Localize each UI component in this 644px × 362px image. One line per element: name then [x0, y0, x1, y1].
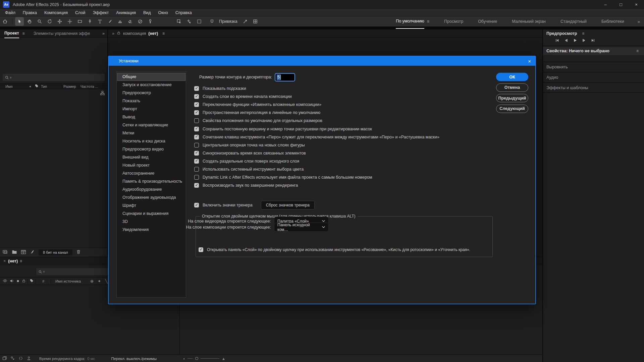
panel-menu-icon[interactable]: ≡ — [22, 31, 25, 36]
preferences-category[interactable]: Носитель и кэш диска — [117, 137, 185, 145]
preferences-category[interactable]: Сетки и направляющие — [117, 121, 185, 129]
project-search-input[interactable]: ∨ — [3, 74, 105, 81]
preferences-category[interactable]: 3D — [117, 218, 185, 226]
eye-icon[interactable] — [3, 279, 7, 283]
preferences-category[interactable]: Шрифт — [117, 201, 185, 209]
checkbox[interactable] — [194, 102, 199, 107]
menu-item[interactable]: Эффект — [89, 9, 112, 16]
column-rate[interactable]: Частота ... — [80, 84, 98, 88]
checkbox[interactable] — [194, 175, 199, 180]
preferences-category[interactable]: Общие — [117, 73, 185, 81]
dialog-button[interactable]: Предыдущий — [496, 94, 528, 102]
preferences-category[interactable]: Предпросмотр видео — [117, 145, 185, 153]
snapshot-layers-icon[interactable] — [2, 356, 7, 361]
preferences-category[interactable]: Показать — [117, 97, 185, 105]
close-button[interactable]: × — [629, 0, 644, 9]
timeline-switch-icon[interactable]: ╲ — [105, 279, 107, 284]
workspace-menu-icon[interactable]: ≡ — [427, 16, 429, 26]
sort-asc-icon[interactable]: ▲ — [29, 85, 32, 88]
tab-project[interactable]: Проект — [0, 29, 20, 38]
column-type[interactable]: Тип — [41, 84, 60, 88]
tab-overflow-icon[interactable]: » — [102, 31, 107, 36]
zoom-out-icon[interactable]: ▲ — [183, 357, 185, 360]
hand-tool-icon[interactable] — [25, 17, 34, 26]
preferences-category[interactable]: Аудиооборудование — [117, 185, 185, 193]
toggle-switches-modes-button[interactable]: Перекл. выключ./режимы — [111, 357, 157, 361]
shape-tool-icon[interactable] — [75, 17, 84, 26]
lock-icon[interactable] — [117, 31, 121, 36]
dialog-button[interactable]: Следующий — [496, 105, 528, 113]
dialog-button[interactable]: ОК — [496, 73, 528, 81]
preferences-category[interactable]: Внешний вид — [117, 153, 185, 161]
checkbox[interactable] — [194, 143, 199, 147]
panel-menu-icon[interactable]: ≡ — [20, 259, 22, 263]
graph-node-icon[interactable] — [10, 356, 15, 361]
checkbox[interactable] — [194, 110, 199, 115]
cursor-box-icon[interactable] — [175, 17, 183, 26]
project-flowchart-icon[interactable] — [100, 90, 105, 97]
step-forward-button[interactable] — [582, 39, 586, 43]
menu-item[interactable]: Анимация — [112, 9, 140, 16]
timeline-switch-icon[interactable]: ✦ — [98, 279, 101, 284]
audio-icon[interactable] — [10, 279, 14, 284]
menu-item[interactable]: Слой — [71, 9, 89, 16]
checkbox[interactable] — [194, 94, 199, 99]
coach-marks-icon[interactable] — [26, 356, 31, 361]
workspace-tab[interactable]: Просмотр — [437, 16, 471, 26]
checkbox[interactable] — [194, 167, 199, 172]
column-source-name[interactable]: Имя источника — [55, 279, 81, 283]
timeline-tab-close-icon[interactable]: × — [3, 259, 6, 263]
checkbox[interactable] — [194, 135, 199, 139]
skip-to-end-button[interactable] — [591, 39, 595, 43]
snap-label[interactable]: Привязка — [219, 19, 237, 24]
collapsed-panel-tab[interactable]: Аудио — [543, 72, 644, 82]
pen-tool-icon[interactable] — [86, 17, 94, 26]
label-column-icon[interactable] — [35, 84, 39, 89]
type-tool-icon[interactable] — [96, 17, 104, 26]
interpret-footage-icon[interactable] — [2, 249, 8, 255]
preferences-category[interactable]: Отображение аудиовыхода — [117, 193, 185, 201]
checkbox[interactable] — [194, 183, 199, 188]
preferences-category[interactable]: Память & производительность — [117, 177, 185, 185]
workspace-tab[interactable]: Маленький экран — [504, 16, 553, 26]
checkbox[interactable] — [194, 86, 199, 91]
column-size[interactable]: Размер — [63, 84, 77, 88]
roto-brush-tool-icon[interactable] — [136, 17, 145, 26]
zoom-tool-icon[interactable] — [35, 17, 44, 26]
label-column-icon[interactable] — [30, 279, 34, 284]
eraser-tool-icon[interactable] — [126, 17, 135, 26]
puppet-pin-tool-icon[interactable] — [146, 17, 155, 26]
comp-tab-name[interactable]: (нет) — [148, 31, 158, 36]
new-composition-icon[interactable] — [21, 250, 26, 255]
workspace-tab[interactable]: По умолчанию ≡ — [388, 16, 437, 26]
checkbox[interactable] — [199, 247, 203, 252]
new-folder-icon[interactable] — [12, 250, 17, 255]
checkbox[interactable] — [194, 151, 199, 156]
preferences-category[interactable]: Предпросмотр — [117, 89, 185, 97]
checkbox[interactable] — [194, 203, 199, 207]
column-number[interactable]: # — [38, 279, 49, 283]
menu-item[interactable]: Справка — [172, 9, 196, 16]
checkbox[interactable] — [194, 118, 199, 123]
dialog-close-icon[interactable]: × — [528, 58, 531, 64]
panel-menu-icon[interactable]: ≡ — [582, 31, 584, 36]
preferences-category[interactable]: Сценарии и выражения — [117, 209, 185, 218]
home-icon[interactable] — [1, 17, 9, 26]
dialog-button[interactable]: Отмена — [496, 83, 528, 92]
clone-stamp-tool-icon[interactable] — [116, 17, 124, 26]
play-button[interactable] — [573, 39, 577, 43]
lock-icon[interactable] — [22, 279, 26, 284]
minimize-button[interactable]: – — [598, 0, 613, 9]
cursor-crosshair-icon[interactable] — [185, 17, 194, 26]
brackets-icon[interactable] — [18, 356, 23, 361]
comp-tab-overflow-icon[interactable]: » — [112, 31, 114, 36]
preferences-category[interactable]: Импорт — [117, 105, 185, 113]
checkbox[interactable] — [194, 127, 199, 131]
preferences-category[interactable]: Метки — [117, 129, 185, 137]
marquee-icon[interactable] — [195, 17, 204, 26]
timeline-switch-icon[interactable]: ⊕ — [90, 279, 94, 284]
checkbox[interactable] — [194, 159, 199, 164]
trash-icon[interactable] — [76, 249, 81, 255]
menu-item[interactable]: Композиция — [41, 9, 71, 16]
pickwhip-icon[interactable] — [241, 17, 250, 26]
